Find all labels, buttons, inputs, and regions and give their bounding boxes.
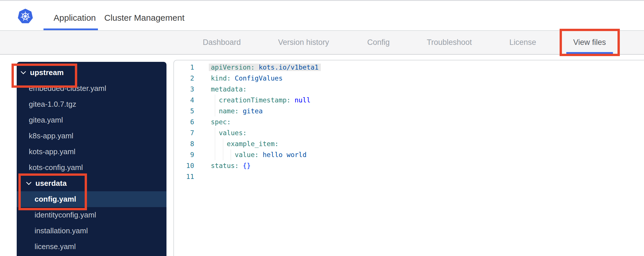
- code-tokens: example_item:: [227, 140, 279, 148]
- tree-item-label: kots-app.yaml: [29, 147, 75, 156]
- tree-item-label: kots-config.yaml: [29, 163, 83, 172]
- line-number: 4: [174, 95, 194, 106]
- code-text: status: {}: [211, 160, 251, 171]
- tree-file-embedded-cluster[interactable]: embedded-cluster.yaml: [17, 81, 166, 96]
- code-text: creationTimestamp: null: [211, 95, 310, 106]
- tree-file-config-yaml[interactable]: config.yaml: [17, 191, 166, 207]
- indent-guide: [231, 149, 231, 160]
- token-str: ConfigValues: [231, 74, 283, 82]
- indent-guide: [215, 106, 215, 116]
- code-line: 11: [174, 171, 644, 182]
- chevron-down-icon: [21, 69, 26, 74]
- indent-guide: [215, 95, 215, 106]
- tree-file-gitea-yaml[interactable]: gitea.yaml: [17, 112, 166, 128]
- code-line: 3metadata:: [174, 84, 644, 95]
- code-tokens: creationTimestamp: null: [219, 96, 311, 104]
- line-number: 3: [174, 84, 194, 95]
- code-line: 9value: hello world: [174, 149, 644, 160]
- code-text: values:: [211, 127, 247, 138]
- tree-file-identityconfig-yaml[interactable]: identityconfig.yaml: [17, 207, 166, 223]
- tree-file-installation-yaml[interactable]: installation.yaml: [17, 223, 166, 239]
- token-key: value:: [235, 151, 259, 158]
- code-tokens: name: gitea: [219, 107, 263, 115]
- kubernetes-logo-icon: [18, 8, 33, 24]
- chevron-down-icon: [26, 179, 31, 185]
- code-line: 7values:: [174, 127, 644, 138]
- code-line: 4creationTimestamp: null: [174, 95, 644, 106]
- code-tokens: status: {}: [211, 162, 251, 169]
- line-number: 7: [174, 127, 194, 138]
- tree-file-gitea-tgz[interactable]: gitea-1.0.7.tgz: [17, 96, 166, 112]
- token-key: values:: [219, 129, 247, 137]
- tree-file-kots-app-yaml[interactable]: kots-app.yaml: [17, 144, 166, 160]
- subnav-item-label: View files: [573, 38, 606, 47]
- kots-admin-console: Application Cluster Management Dashboard…: [0, 0, 644, 256]
- token-key: status:: [211, 162, 239, 169]
- tree-file-license-yaml[interactable]: license.yaml: [17, 239, 166, 255]
- indent-guide: [215, 127, 215, 138]
- line-number: 8: [174, 138, 194, 149]
- token-key: metadata:: [211, 85, 247, 93]
- code-text: example_item:: [211, 138, 279, 149]
- tree-item-label: embedded-cluster.yaml: [29, 84, 106, 93]
- tree-item-label: config.yaml: [35, 195, 76, 204]
- code-tokens: values:: [219, 129, 247, 137]
- yaml-file-viewer[interactable]: 1apiVersion: kots.io/v1beta12kind: Confi…: [173, 60, 644, 256]
- tree-folder-upstream[interactable]: upstream: [17, 65, 166, 81]
- tree-file-kots-config-yaml[interactable]: kots-config.yaml: [17, 160, 166, 175]
- token-key: name:: [219, 107, 239, 115]
- subnav-item-dashboard[interactable]: Dashboard: [203, 31, 241, 54]
- token-key: creationTimestamp:: [219, 96, 291, 104]
- tree-item-label: k8s-app.yaml: [29, 131, 73, 140]
- top-header: Application Cluster Management: [0, 1, 644, 31]
- tree-item-label: userdata: [35, 179, 67, 188]
- code-text: metadata:: [211, 84, 247, 95]
- subnav-item-license[interactable]: License: [509, 31, 536, 54]
- file-tree-sidebar: upstreamembedded-cluster.yamlgitea-1.0.7…: [17, 62, 166, 256]
- line-number: 5: [174, 106, 194, 116]
- code-tokens: spec:: [211, 118, 231, 126]
- code-text: kind: ConfigValues: [211, 73, 283, 84]
- token-key: kind:: [211, 74, 231, 82]
- code-text: name: gitea: [211, 106, 263, 116]
- tree-item-label: upstream: [30, 68, 64, 77]
- token-kw: null: [291, 96, 310, 104]
- line-number: 11: [174, 171, 194, 182]
- token-key: apiVersion:: [211, 64, 255, 71]
- tab-cluster-management[interactable]: Cluster Management: [104, 13, 184, 23]
- token-key: example_item:: [227, 140, 279, 148]
- indent-guide: [215, 149, 215, 160]
- indent-guide: [223, 149, 223, 160]
- tab-application[interactable]: Application: [54, 13, 96, 23]
- tree-item-label: gitea-1.0.7.tgz: [29, 100, 76, 109]
- code-line: 10status: {}: [174, 160, 644, 171]
- code-tokens: kind: ConfigValues: [211, 74, 283, 82]
- code-line: 1apiVersion: kots.io/v1beta1: [174, 62, 644, 73]
- code-tokens: metadata:: [211, 85, 247, 93]
- code-text: apiVersion: kots.io/v1beta1: [211, 62, 319, 73]
- subnav-item-troubleshoot[interactable]: Troubleshoot: [427, 31, 472, 54]
- tree-item-label: gitea.yaml: [29, 116, 63, 125]
- subnav-item-version-history[interactable]: Version history: [278, 31, 329, 54]
- current-line-highlight: apiVersion: kots.io/v1beta1: [211, 64, 319, 71]
- subnav-item-label: Dashboard: [203, 38, 241, 47]
- subnav-item-view-files[interactable]: View files: [573, 31, 606, 54]
- code-tokens: value: hello world: [235, 151, 306, 158]
- line-number: 2: [174, 73, 194, 84]
- tree-item-label: license.yaml: [35, 242, 76, 251]
- token-key: spec:: [211, 118, 231, 126]
- code-line: 5name: gitea: [174, 106, 644, 116]
- subnav-item-config[interactable]: Config: [367, 31, 390, 54]
- subnav-item-label: License: [509, 38, 536, 47]
- subnav-item-label: Config: [367, 38, 390, 47]
- code-line: 8example_item:: [174, 138, 644, 149]
- tree-file-k8s-app-yaml[interactable]: k8s-app.yaml: [17, 128, 166, 144]
- tree-folder-userdata[interactable]: userdata: [17, 175, 166, 191]
- line-number: 9: [174, 149, 194, 160]
- subnav-item-label: Version history: [278, 38, 329, 47]
- code-text: spec:: [211, 116, 231, 127]
- code-line: 6spec:: [174, 116, 644, 127]
- code-text: value: hello world: [211, 149, 306, 160]
- token-str: gitea: [239, 107, 263, 115]
- token-brk: {}: [239, 162, 251, 169]
